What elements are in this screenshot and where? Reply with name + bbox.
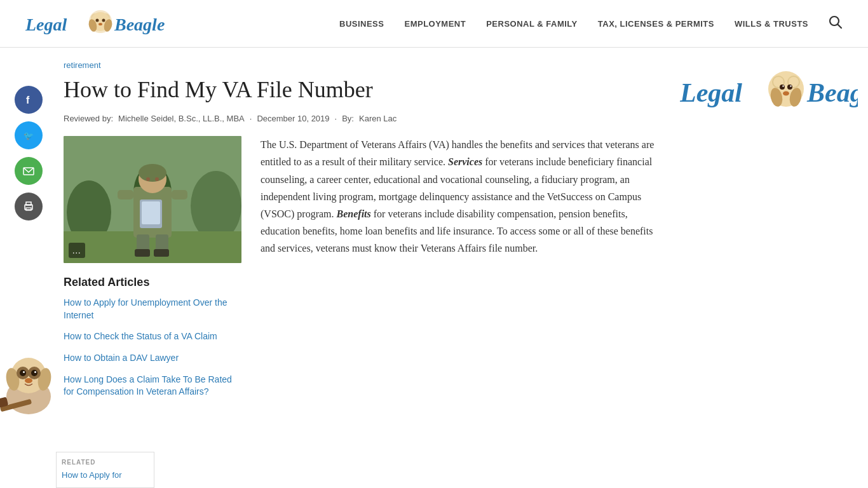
article-body: ... Related Articles How to Apply for Un… — [64, 136, 654, 407]
image-overlay[interactable]: ... — [69, 243, 85, 258]
reviewer-name: Michelle Seidel, B.Sc., LL.B., MBA — [118, 114, 245, 123]
svg-point-58 — [782, 85, 783, 86]
reviewed-by-label: Reviewed by: — [64, 114, 113, 123]
svg-point-41 — [139, 164, 166, 182]
print-button[interactable] — [15, 193, 43, 220]
related-link-dav-lawyer[interactable]: How to Obtain a DAV Lawyer — [64, 352, 241, 365]
article-title: How to Find My VA File Number — [64, 76, 654, 104]
site-header: Legal Beagle BUSINESS EMPLOYMENT — [0, 0, 868, 48]
svg-rect-49 — [154, 249, 169, 257]
bottom-related-card: RELATED How to Apply for — [56, 452, 154, 488]
svg-text:f: f — [26, 95, 30, 105]
svg-rect-39 — [172, 190, 187, 200]
nav-employment[interactable]: EMPLOYMENT — [404, 19, 466, 29]
main-nav: BUSINESS EMPLOYMENT PERSONAL & FAMILY TA… — [339, 15, 843, 32]
svg-rect-38 — [118, 190, 133, 200]
benefits-bold: Benefits — [337, 208, 371, 219]
related-link-unemployment[interactable]: How to Apply for Unemployment Over the I… — [64, 297, 241, 322]
meta-sep-2: · — [335, 114, 337, 123]
svg-point-59 — [790, 85, 791, 86]
author-name: Karen Lac — [359, 114, 397, 123]
image-expand-dots: ... — [72, 246, 81, 255]
print-icon — [22, 200, 35, 213]
svg-point-28 — [34, 371, 36, 373]
facebook-share-button[interactable]: f — [15, 86, 43, 114]
email-share-button[interactable] — [15, 157, 43, 185]
bottom-card-label: RELATED — [62, 459, 149, 466]
svg-text:Legal: Legal — [25, 15, 67, 34]
nav-wills-trusts[interactable]: WILLS & TRUSTS — [735, 19, 808, 29]
side-logo-svg: Legal Beagle — [680, 60, 858, 124]
related-link-claim-time[interactable]: How Long Does a Claim Take To Be Rated f… — [64, 374, 241, 398]
services-bold: Services — [448, 156, 482, 167]
article-text-body: The U.S. Department of Veterans Affairs … — [261, 136, 654, 257]
svg-point-27 — [23, 371, 25, 373]
article-meta: Reviewed by: Michelle Seidel, B.Sc., LL.… — [64, 114, 654, 123]
svg-point-25 — [20, 370, 26, 376]
svg-point-26 — [31, 370, 37, 376]
nav-tax-licenses[interactable]: TAX, LICENSES & PERMITS — [598, 19, 714, 29]
breadcrumb[interactable]: retirement — [64, 60, 654, 70]
svg-text:Beagle: Beagle — [806, 78, 858, 107]
bottom-card-text: How to Apply for — [62, 470, 149, 481]
search-icon — [829, 15, 843, 29]
article-date: December 10, 2019 — [257, 114, 329, 123]
svg-point-56 — [780, 85, 785, 90]
svg-point-29 — [25, 378, 32, 383]
svg-text:🐦: 🐦 — [24, 130, 34, 141]
svg-rect-45 — [142, 201, 160, 224]
right-column: The U.S. Department of Veterans Affairs … — [261, 136, 654, 407]
side-logo: Legal Beagle — [680, 60, 858, 126]
soldier-illustration — [64, 136, 241, 263]
svg-point-57 — [787, 85, 792, 90]
twitter-share-button[interactable]: 🐦 — [15, 121, 43, 149]
twitter-icon: 🐦 — [22, 129, 35, 142]
svg-text:Beagle: Beagle — [114, 15, 165, 34]
nav-business[interactable]: BUSINESS — [339, 19, 384, 29]
svg-point-5 — [96, 19, 99, 22]
nav-personal-family[interactable]: PERSONAL & FAMILY — [486, 19, 578, 29]
related-link-va-claim[interactable]: How to Check the Status of a VA Claim — [64, 330, 241, 343]
related-articles-section: Related Articles How to Apply for Unempl… — [64, 276, 241, 398]
main-article: retirement How to Find My VA File Number… — [51, 48, 674, 421]
site-logo[interactable]: Legal Beagle — [25, 8, 165, 39]
svg-point-60 — [783, 92, 789, 96]
meta-sep-1: · — [250, 114, 252, 123]
search-button[interactable] — [829, 15, 843, 32]
svg-text:Legal: Legal — [680, 78, 742, 107]
side-logo-area: Legal Beagle — [674, 48, 864, 421]
email-icon — [22, 165, 35, 177]
article-image: ... — [64, 136, 241, 263]
svg-rect-17 — [26, 202, 31, 205]
svg-rect-18 — [26, 208, 31, 210]
svg-line-12 — [838, 24, 842, 28]
svg-point-7 — [98, 23, 102, 25]
svg-point-34 — [191, 171, 241, 241]
social-sidebar: f 🐦 — [0, 48, 51, 421]
svg-point-43 — [155, 177, 159, 181]
by-label: By: — [342, 114, 354, 123]
svg-point-6 — [102, 19, 105, 22]
left-column: ... Related Articles How to Apply for Un… — [64, 136, 241, 407]
related-articles-title: Related Articles — [64, 276, 241, 289]
svg-point-42 — [146, 177, 150, 181]
svg-rect-48 — [135, 249, 150, 257]
logo-svg: Legal Beagle — [25, 8, 165, 39]
content-wrapper: f 🐦 — [0, 48, 868, 421]
facebook-icon: f — [22, 93, 35, 106]
